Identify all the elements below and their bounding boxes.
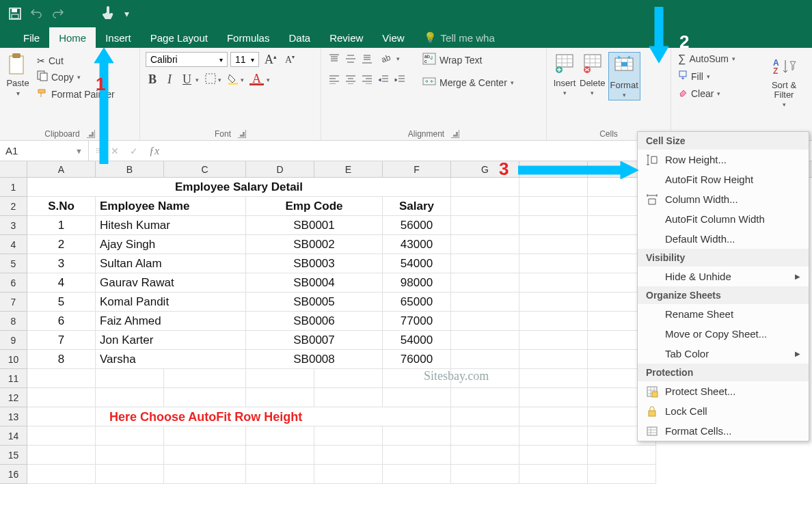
fx-icon[interactable]: ƒx (149, 145, 159, 157)
cell[interactable] (519, 426, 588, 446)
cell[interactable]: 77000 (383, 312, 451, 331)
cell[interactable]: SB0007 (246, 331, 383, 350)
cell[interactable]: Here Choose AutoFit Row Height (96, 407, 451, 426)
cell[interactable]: Employee Name (96, 197, 246, 216)
cell[interactable] (246, 388, 314, 407)
cell[interactable]: Sultan Alam (96, 254, 246, 273)
cell[interactable] (314, 388, 383, 407)
cell[interactable]: 54000 (383, 254, 451, 273)
menu-protect-sheet[interactable]: Protect Sheet... (638, 381, 809, 401)
row-header[interactable]: 3 (0, 216, 27, 235)
dialog-launcher-icon[interactable] (238, 130, 246, 138)
cell[interactable]: Gaurav Rawat (96, 273, 246, 292)
cell[interactable] (27, 446, 96, 465)
font-color-button[interactable]: A (249, 74, 264, 85)
cell[interactable] (164, 465, 246, 484)
cell[interactable] (519, 465, 588, 484)
cell[interactable] (96, 388, 164, 407)
cell[interactable] (314, 369, 383, 388)
cell[interactable] (451, 178, 519, 197)
sort-filter-button[interactable]: AZ Sort & Filter▾ (764, 55, 804, 108)
cell[interactable] (246, 369, 314, 388)
font-size-select[interactable]: 11▾ (230, 52, 259, 67)
cell[interactable]: 76000 (383, 350, 451, 369)
cell[interactable] (27, 426, 96, 446)
clear-button[interactable]: Clear▾ (677, 87, 722, 100)
border-button[interactable] (204, 72, 217, 87)
menu-autofit-row-height[interactable]: AutoFit Row Height (638, 169, 809, 189)
cell[interactable]: S.No (27, 197, 96, 216)
cell[interactable] (451, 407, 519, 426)
cell[interactable]: SB0002 (246, 235, 383, 254)
row-header[interactable]: 16 (0, 465, 27, 484)
cell[interactable]: SB0001 (246, 216, 383, 235)
wrap-text-button[interactable]: abc Wrap Text (421, 52, 515, 68)
autosum-button[interactable]: ∑AutoSum▾ (677, 52, 737, 66)
menu-tab-color[interactable]: Tab Color▶ (638, 344, 809, 364)
cell[interactable]: Employee Salary Detail (27, 178, 451, 197)
cell[interactable] (519, 446, 588, 465)
menu-default-width[interactable]: Default Width... (638, 229, 809, 249)
cell[interactable]: 1 (27, 216, 96, 235)
row-header[interactable]: 10 (0, 350, 27, 369)
cell[interactable]: Salary (383, 197, 451, 216)
cell[interactable]: Komal Pandit (96, 292, 246, 312)
cell[interactable] (314, 446, 383, 465)
cell[interactable]: 65000 (383, 292, 451, 312)
decrease-font-icon[interactable]: A▾ (282, 54, 297, 66)
cell[interactable] (314, 465, 383, 484)
column-header[interactable]: A (27, 161, 96, 177)
italic-button[interactable]: I (165, 72, 174, 87)
cell[interactable]: 8 (27, 350, 96, 369)
tell-me-search[interactable]: 💡 Tell me wha (414, 27, 504, 48)
row-header[interactable]: 13 (0, 407, 27, 426)
cell[interactable]: 43000 (383, 235, 451, 254)
row-header[interactable]: 15 (0, 446, 27, 465)
cell[interactable]: SB0004 (246, 273, 383, 292)
cell[interactable] (519, 388, 588, 407)
cell[interactable] (451, 446, 519, 465)
cell[interactable] (383, 465, 451, 484)
enter-icon[interactable]: ✓ (130, 146, 138, 156)
menu-autofit-column-width[interactable]: AutoFit Column Width (638, 209, 809, 229)
cell[interactable] (519, 292, 588, 312)
row-header[interactable]: 12 (0, 388, 27, 407)
column-header[interactable]: G (451, 161, 519, 177)
delete-button[interactable]: Delete▾ (580, 52, 606, 96)
cell[interactable] (588, 446, 656, 465)
increase-indent-button[interactable] (392, 72, 407, 86)
cell[interactable]: SB0005 (246, 292, 383, 312)
cell[interactable] (451, 465, 519, 484)
cell[interactable] (96, 369, 164, 388)
cell[interactable] (27, 369, 96, 388)
cell[interactable] (451, 331, 519, 350)
cell[interactable] (519, 235, 588, 254)
cell[interactable] (164, 426, 246, 446)
save-icon[interactable] (7, 5, 23, 22)
row-header[interactable]: 7 (0, 292, 27, 312)
underline-button[interactable]: U (180, 72, 194, 87)
cell[interactable]: Jon Karter (96, 331, 246, 350)
cell[interactable] (451, 273, 519, 292)
tab-data[interactable]: Data (279, 27, 320, 48)
cell[interactable]: 54000 (383, 331, 451, 350)
row-header[interactable]: 9 (0, 331, 27, 350)
undo-icon[interactable] (30, 8, 42, 21)
paste-button[interactable]: Paste ▾ (5, 52, 30, 97)
cell[interactable]: SB0006 (246, 312, 383, 331)
cell[interactable] (451, 216, 519, 235)
menu-rename-sheet[interactable]: Rename Sheet (638, 304, 809, 324)
cell[interactable]: SB0008 (246, 350, 383, 369)
cell[interactable] (27, 388, 96, 407)
row-header[interactable]: 1 (0, 178, 27, 197)
cell[interactable] (519, 312, 588, 331)
row-header[interactable]: 4 (0, 235, 27, 254)
cell[interactable] (451, 312, 519, 331)
align-middle-button[interactable] (343, 52, 358, 66)
row-header[interactable]: 6 (0, 273, 27, 292)
decrease-indent-button[interactable] (376, 72, 391, 86)
tab-insert[interactable]: Insert (96, 27, 141, 48)
format-button[interactable]: Format▾ (608, 52, 640, 100)
cell[interactable]: 4 (27, 273, 96, 292)
fill-button[interactable]: Fill▾ (677, 70, 712, 83)
